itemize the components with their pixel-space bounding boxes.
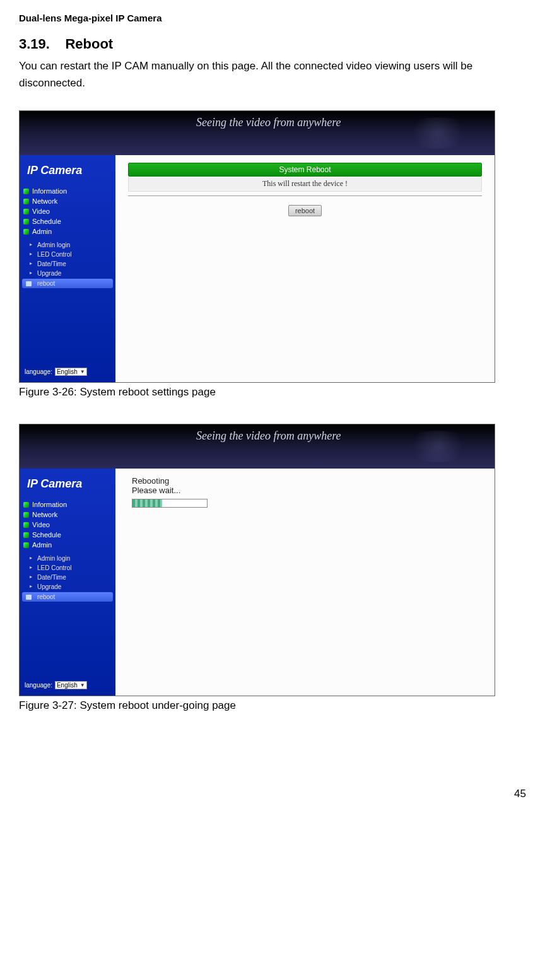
nav-network[interactable]: Network [20,196,115,206]
reboot-button[interactable]: reboot [288,205,322,216]
page-number: 45 [19,788,526,800]
sidebar: IP Camera Information Network Video Sche… [20,155,115,382]
screenshot-reboot-settings: Seeing the video from anywhere IP Camera… [19,110,495,383]
nav-admin-login[interactable]: Admin login [20,240,115,250]
nav-admin[interactable]: Admin [20,226,115,236]
nav-reboot[interactable]: reboot [22,279,113,288]
section-title: Reboot [65,36,113,52]
progress-bar [132,499,208,508]
logo: IP Camera [20,159,115,186]
banner-tagline: Seeing the video from anywhere [196,116,341,129]
banner: Seeing the video from anywhere [20,111,495,155]
language-label: language: [25,368,52,375]
nav-video[interactable]: Video [20,520,115,530]
divider [128,195,482,196]
language-select[interactable]: English ▼ [55,368,87,376]
nav-datetime[interactable]: Date/Time [20,573,115,582]
main-panel: Rebooting Please wait... [115,469,495,696]
main-panel: System Reboot This will restart the devi… [115,155,495,382]
nav-reboot[interactable]: reboot [22,592,113,602]
chevron-down-icon: ▼ [80,682,85,688]
nav-information[interactable]: Information [20,186,115,196]
language-value: English [57,368,78,375]
figure1-caption: Figure 3-26: System reboot settings page [19,386,526,399]
nav-network[interactable]: Network [20,510,115,520]
nav-admin[interactable]: Admin [20,540,115,550]
nav-schedule[interactable]: Schedule [20,216,115,226]
nav-video[interactable]: Video [20,206,115,216]
please-wait-label: Please wait... [128,486,482,495]
page-header: Dual-lens Mega-pixel IP Camera [19,13,526,23]
figure2-caption: Figure 3-27: System reboot under-going p… [19,699,526,712]
language-row: language: English ▼ [25,368,87,376]
section-heading: 3.19. Reboot [19,36,526,52]
nav-led-control[interactable]: LED Control [20,250,115,259]
nav-upgrade[interactable]: Upgrade [20,269,115,278]
language-select[interactable]: English ▼ [55,681,87,689]
sidebar: IP Camera Information Network Video Sche… [20,469,115,696]
nav-datetime[interactable]: Date/Time [20,259,115,269]
banner-fine-print [196,445,495,450]
nav-schedule[interactable]: Schedule [20,530,115,540]
progress-fill [132,499,162,507]
system-reboot-title: System Reboot [128,163,482,177]
screenshot-reboot-progress: Seeing the video from anywhere IP Camera… [19,424,495,696]
banner-tagline: Seeing the video from anywhere [196,429,341,442]
language-label: language: [25,682,52,689]
section-number: 3.19. [19,36,50,52]
language-row: language: English ▼ [25,681,87,689]
nav-admin-login[interactable]: Admin login [20,554,115,563]
rebooting-label: Rebooting [128,476,482,486]
language-value: English [57,682,78,689]
logo: IP Camera [20,472,115,499]
nav-information[interactable]: Information [20,499,115,510]
restart-message: This will restart the device ! [128,177,482,192]
banner-fine-print [196,132,495,137]
chevron-down-icon: ▼ [80,369,85,375]
nav-led-control[interactable]: LED Control [20,563,115,573]
nav-upgrade[interactable]: Upgrade [20,582,115,592]
banner: Seeing the video from anywhere [20,424,495,469]
section-body: You can restart the IP CAM manually on t… [19,57,526,91]
